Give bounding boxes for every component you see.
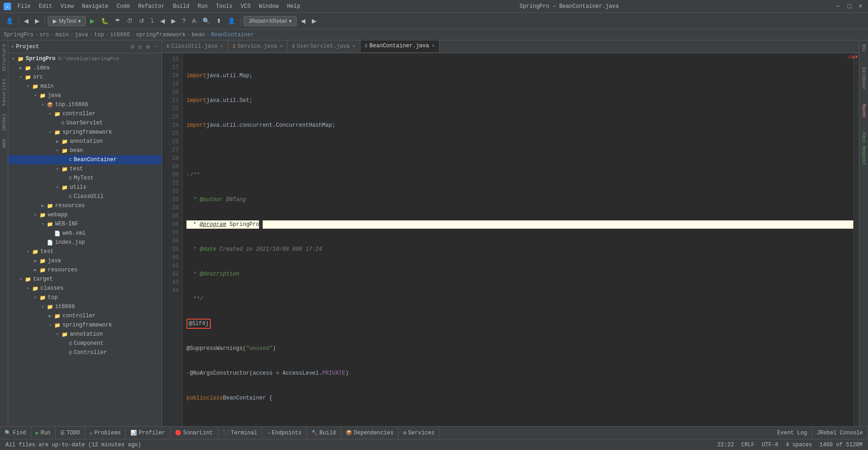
tab-service[interactable]: I Service.java × — [228, 40, 287, 52]
tree-item-controller-folder[interactable]: ▾ 📁 controller — [8, 109, 162, 118]
close-button[interactable]: × — [857, 3, 864, 10]
tree-item-webapp[interactable]: ▾ 📁 webapp — [8, 210, 162, 219]
menu-tools[interactable]: Tools — [212, 2, 236, 11]
tab-beancontainer-close[interactable]: × — [432, 44, 434, 49]
tree-item-resources-main[interactable]: ▶ 📁 resources — [8, 201, 162, 210]
menu-build[interactable]: Build — [169, 2, 193, 11]
breadcrumb-bean[interactable]: bean — [192, 32, 205, 38]
find-tool[interactable]: 🔍 Find — [0, 427, 31, 439]
breadcrumb-it6666[interactable]: it6666 — [110, 32, 130, 38]
tab-beancontainer[interactable]: C BeanContainer.java × — [361, 40, 440, 52]
tree-item-springframework[interactable]: ▾ 📁 springframework — [8, 128, 162, 137]
tab-userservlet[interactable]: C UserServlet.java × — [287, 40, 360, 52]
structure-tab[interactable]: Structure — [0, 40, 8, 75]
next-button[interactable]: ▶ — [169, 16, 178, 26]
tree-item-it6666-classes[interactable]: ▾ 📁 it6666 — [8, 302, 162, 311]
dependencies-tool[interactable]: 📦 Dependencies — [341, 427, 399, 439]
tree-item-controller-class[interactable]: ▶ @ Controller — [8, 348, 162, 357]
tab-userservlet-close[interactable]: × — [353, 44, 355, 49]
breadcrumb-main[interactable]: main — [56, 32, 69, 38]
tree-item-resources-test[interactable]: ▶ 📁 resources — [8, 265, 162, 275]
coverage-button[interactable]: ☂ — [113, 16, 123, 26]
breadcrumb-springframework[interactable]: springframework — [136, 32, 186, 38]
step-button[interactable]: ⤵ — [148, 16, 156, 26]
breadcrumb-beancontainer[interactable]: BeanContainer — [211, 32, 254, 38]
search-button[interactable]: 🔍 — [200, 16, 212, 26]
reload-button[interactable]: ↺ — [137, 16, 147, 26]
breadcrumb-springpro[interactable]: SpringPro — [4, 32, 34, 38]
menu-bar[interactable]: File Edit View Navigate Code Refactor Bu… — [14, 2, 304, 11]
jrebel-button[interactable]: JRebel+XRebel ▾ — [243, 16, 297, 26]
jrebel-next[interactable]: ▶ — [310, 16, 319, 26]
tree-item-top-classes[interactable]: ▾ 📁 top — [8, 293, 162, 302]
breadcrumb-src[interactable]: src — [39, 32, 50, 38]
update-button[interactable]: ⬆ — [214, 16, 224, 26]
breadcrumb-top[interactable]: top — [94, 32, 104, 38]
tree-item-mytest[interactable]: ▶ C MyTest — [8, 174, 162, 183]
status-time[interactable]: 22:22 — [714, 439, 738, 450]
hide-icon[interactable]: − — [152, 43, 159, 51]
jrebel-tab[interactable]: JRebel — [0, 110, 8, 135]
forward-button[interactable]: ▶ — [33, 16, 42, 26]
web-tab[interactable]: Web — [0, 135, 8, 152]
window-controls[interactable]: − □ × — [834, 3, 864, 10]
status-indent[interactable]: 4 spaces — [782, 439, 816, 450]
run-tool[interactable]: ▶ Run — [31, 427, 56, 439]
menu-navigate[interactable]: Navigate — [78, 2, 112, 11]
tree-item-utils[interactable]: ▾ 📁 utils — [8, 183, 162, 192]
tree-item-classutil[interactable]: ▶ C ClassUtil — [8, 192, 162, 201]
run-button[interactable]: ▶ — [88, 16, 97, 26]
menu-vcs[interactable]: VCS — [237, 2, 254, 11]
problems-tool[interactable]: ⚠ Problems — [85, 427, 126, 439]
run-config-button[interactable]: ▶ MyTest ▾ — [48, 16, 86, 26]
tree-item-component[interactable]: ▶ @ Component — [8, 339, 162, 348]
sonarlint-tool[interactable]: 🔴 SonarLint — [170, 427, 218, 439]
minimize-button[interactable]: − — [834, 3, 842, 10]
menu-refactor[interactable]: Refactor — [135, 2, 169, 11]
menu-view[interactable]: View — [57, 2, 78, 11]
build-tool[interactable]: 🔨 Build — [307, 427, 341, 439]
services-tool[interactable]: ⚙ Services — [399, 427, 440, 439]
tree-item-idea[interactable]: ▶ 📁 .idea — [8, 63, 162, 73]
event-log-tool[interactable]: Event Log — [772, 427, 812, 439]
tree-item-springframework-classes[interactable]: ▾ 📁 springframework — [8, 321, 162, 330]
todo-tool[interactable]: ☰ TODO — [56, 427, 85, 439]
maven-tab[interactable]: Maven — [861, 102, 866, 119]
warning-indicator[interactable]: ⚠3▲▼ — [846, 53, 859, 61]
maximize-button[interactable]: □ — [845, 3, 853, 10]
locate-icon[interactable]: ◎ — [137, 43, 144, 51]
settings-button[interactable]: 👤 — [225, 16, 237, 26]
tab-classutil[interactable]: C ClassUtil.java × — [162, 40, 228, 52]
tree-item-indexjsp[interactable]: ▶ 📄 index.jsp — [8, 238, 162, 247]
prev-button[interactable]: ◀ — [158, 16, 167, 26]
tree-item-package-top[interactable]: ▾ 📦 top.it6666 — [8, 100, 162, 109]
tree-item-bean[interactable]: ▾ 📁 bean — [8, 146, 162, 155]
tree-item-test-sf[interactable]: ▾ 📁 test — [8, 164, 162, 174]
tree-item-webinf[interactable]: ▾ 📁 WEB-INF — [8, 219, 162, 229]
database-tab[interactable]: Database — [861, 65, 866, 91]
settings-icon[interactable]: ⚙ — [145, 43, 151, 51]
bsl-tab[interactable]: BSL — [861, 42, 866, 54]
menu-file[interactable]: File — [14, 2, 34, 11]
profiler-tool[interactable]: 📊 Profiler — [126, 427, 170, 439]
tree-item-java[interactable]: ▾ 📁 java — [8, 91, 162, 100]
tree-item-beancontainer[interactable]: ▶ C BeanContainer — [8, 155, 162, 164]
menu-edit[interactable]: Edit — [35, 2, 56, 11]
code-editor[interactable]: 16 17 18 19 20 21 22 23 24 25 26 27 28 2… — [162, 53, 859, 426]
menu-window[interactable]: Window — [255, 2, 282, 11]
status-crlf[interactable]: CRLF — [738, 439, 758, 450]
tree-item-annotation[interactable]: ▶ 📁 annotation — [8, 137, 162, 146]
collapse-all-icon[interactable]: ⊟ — [130, 43, 136, 51]
tree-item-src[interactable]: ▾ 📁 src — [8, 73, 162, 82]
breadcrumb-java[interactable]: java — [75, 32, 88, 38]
tree-item-classes[interactable]: ▾ 📁 classes — [8, 284, 162, 293]
tab-service-close[interactable]: × — [280, 44, 282, 49]
favorites-tab[interactable]: Favorites — [0, 75, 8, 109]
tree-item-springpro[interactable]: ▾ 📁 SpringPro D:\Develop\SpringPro — [8, 54, 162, 63]
menu-run[interactable]: Run — [194, 2, 211, 11]
jrebel-prev[interactable]: ◀ — [299, 16, 308, 26]
tree-item-java-test[interactable]: ▶ 📁 java — [8, 256, 162, 265]
endpoints-tool[interactable]: → Endpoints — [262, 427, 306, 439]
fast-request-tab[interactable]: Fast Request — [861, 130, 866, 167]
menu-code[interactable]: Code — [113, 2, 134, 11]
